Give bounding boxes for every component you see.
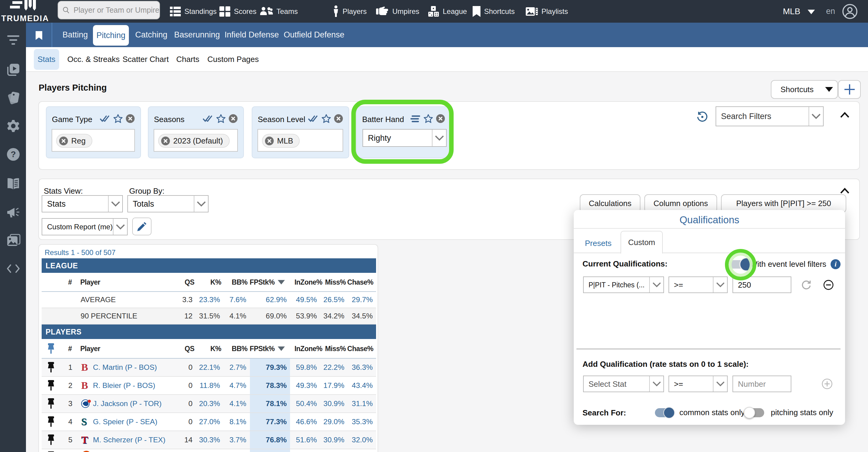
svg-text:?: ? xyxy=(10,149,16,159)
